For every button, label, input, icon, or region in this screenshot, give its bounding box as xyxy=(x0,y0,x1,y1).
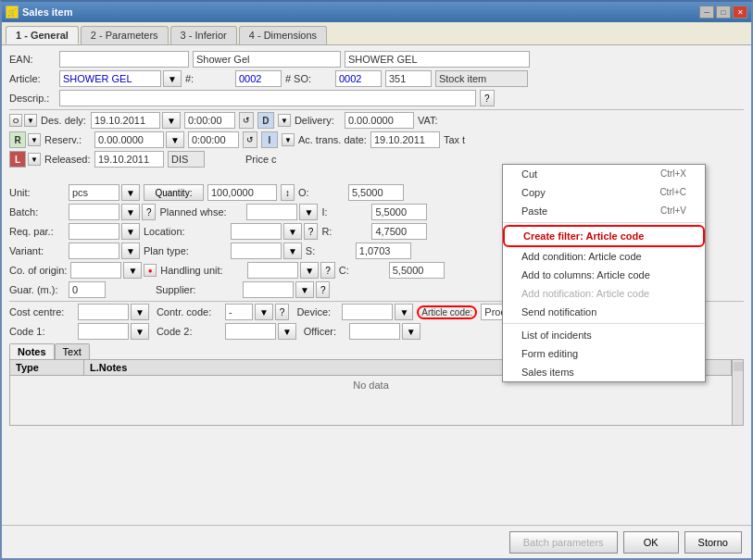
ctx-cut[interactable]: Cut Ctrl+X xyxy=(503,165,705,183)
section-tab-text[interactable]: Text xyxy=(55,343,90,359)
close-button[interactable]: ✕ xyxy=(733,6,747,19)
code2-dropdown-btn[interactable]: ▼ xyxy=(278,323,296,340)
reserv-date-input[interactable] xyxy=(94,131,164,148)
location-input[interactable] xyxy=(231,223,282,240)
tab-dimensions[interactable]: 4 - Dimensions xyxy=(239,26,327,44)
reserv-arrow[interactable]: ↺ xyxy=(243,131,257,148)
code1-dropdown-btn[interactable]: ▼ xyxy=(131,323,149,340)
o-value-input[interactable] xyxy=(348,184,404,201)
batch-parameters-button[interactable]: Batch parameters xyxy=(509,531,618,554)
officer-input[interactable] xyxy=(349,323,400,340)
variant-dropdown-btn[interactable]: ▼ xyxy=(121,243,140,259)
des-dely-time-input[interactable] xyxy=(184,112,235,129)
ctx-list-incidents[interactable]: List of incidents xyxy=(503,326,705,344)
co-origin-extra-btn[interactable]: ● xyxy=(144,264,157,277)
location-dropdown-btn[interactable]: ▼ xyxy=(283,223,302,240)
ctx-paste[interactable]: Paste Ctrl+V xyxy=(503,202,705,220)
quantity-btn[interactable]: Quantity: xyxy=(144,184,204,201)
notes-scrollbar[interactable] xyxy=(732,360,743,425)
i-toggle[interactable]: ▼ xyxy=(282,133,295,146)
location-help-btn[interactable]: ? xyxy=(304,223,319,240)
ac-trans-date-input[interactable] xyxy=(370,131,440,148)
tab-parameters[interactable]: 2 - Parameters xyxy=(81,26,169,44)
ctx-form-editing[interactable]: Form editing xyxy=(503,344,705,363)
cost-centre-input[interactable] xyxy=(78,304,129,320)
co-origin-dropdown-btn[interactable]: ▼ xyxy=(123,262,142,279)
so-input[interactable] xyxy=(335,70,382,87)
des-dely-arrow[interactable]: ↺ xyxy=(239,112,254,129)
device-dropdown-btn[interactable]: ▼ xyxy=(395,304,413,320)
guar-input[interactable] xyxy=(69,281,106,298)
d-toggle[interactable]: ▼ xyxy=(278,114,291,127)
released-code-input[interactable] xyxy=(168,151,205,168)
descrip-help-btn[interactable]: ? xyxy=(480,90,495,106)
unit-dropdown-btn[interactable]: ▼ xyxy=(121,184,140,201)
descrip-input[interactable] xyxy=(59,90,476,106)
shower-gel-input[interactable] xyxy=(193,51,341,68)
planned-whse-input[interactable] xyxy=(246,204,297,220)
article-input[interactable] xyxy=(59,70,161,87)
hash-input[interactable] xyxy=(235,70,282,87)
ean-input[interactable] xyxy=(59,51,189,68)
plan-type-input[interactable] xyxy=(231,243,282,259)
contr-code-dropdown-btn[interactable]: ▼ xyxy=(255,304,273,320)
req-par-dropdown-btn[interactable]: ▼ xyxy=(121,223,140,240)
released-date-input[interactable] xyxy=(94,151,164,168)
ctx-sales-items[interactable]: Sales items xyxy=(503,363,705,381)
quantity-input[interactable] xyxy=(207,184,277,201)
co-origin-input[interactable] xyxy=(70,262,121,279)
device-input[interactable] xyxy=(342,304,393,320)
s-value-input[interactable] xyxy=(356,243,411,259)
supplier-input[interactable] xyxy=(243,281,294,298)
code2-input[interactable] xyxy=(225,323,276,340)
ctx-create-filter[interactable]: Create filter: Article code xyxy=(503,225,705,247)
o-toggle[interactable]: O xyxy=(9,114,22,127)
code1-input[interactable] xyxy=(78,323,129,340)
unit-input[interactable] xyxy=(69,184,119,201)
contr-code-help-btn[interactable]: ? xyxy=(275,304,290,320)
des-dely-toggle2[interactable]: ▼ xyxy=(24,114,37,127)
ok-button[interactable]: OK xyxy=(623,531,679,554)
article-dropdown-btn[interactable]: ▼ xyxy=(163,70,182,87)
minimize-button[interactable]: ─ xyxy=(699,6,714,19)
ctx-copy[interactable]: Copy Ctrl+C xyxy=(503,183,705,202)
reserv-calendar-btn[interactable]: ▼ xyxy=(166,131,184,148)
handling-unit-input[interactable] xyxy=(247,262,298,279)
r-value-input[interactable] xyxy=(371,223,427,240)
planned-whse-dropdown-btn[interactable]: ▼ xyxy=(299,204,318,220)
delivery-input[interactable] xyxy=(345,112,414,129)
stock-type-input[interactable] xyxy=(435,70,528,87)
req-par-input[interactable] xyxy=(69,223,119,240)
tab-inferior[interactable]: 3 - Inferior xyxy=(170,26,237,44)
scrollbar-thumb[interactable] xyxy=(734,362,743,371)
officer-dropdown-btn[interactable]: ▼ xyxy=(402,323,420,340)
reserv-toggle[interactable]: ▼ xyxy=(28,133,41,146)
supplier-dropdown-btn[interactable]: ▼ xyxy=(295,281,314,298)
shower-gel-upper-input[interactable] xyxy=(345,51,530,68)
reserv-time-input[interactable] xyxy=(188,131,239,148)
storno-button[interactable]: Storno xyxy=(684,531,742,554)
des-dely-date-input[interactable] xyxy=(91,112,160,129)
batch-help-btn[interactable]: ? xyxy=(142,204,157,220)
variant-input[interactable] xyxy=(69,243,119,259)
section-tab-notes[interactable]: Notes xyxy=(9,343,55,359)
plan-type-dropdown-btn[interactable]: ▼ xyxy=(283,243,302,259)
tab-general[interactable]: 1 - General xyxy=(6,26,79,44)
batch-dropdown-btn[interactable]: ▼ xyxy=(121,204,140,220)
batch-input[interactable] xyxy=(69,204,119,220)
maximize-button[interactable]: □ xyxy=(716,6,731,19)
stock-qty-input[interactable] xyxy=(385,70,432,87)
handling-unit-help-btn[interactable]: ? xyxy=(320,262,335,279)
ctx-add-columns[interactable]: Add to columns: Article code xyxy=(503,266,705,284)
handling-unit-dropdown-btn[interactable]: ▼ xyxy=(300,262,319,279)
i-value-input[interactable] xyxy=(371,204,427,220)
supplier-help-btn[interactable]: ? xyxy=(316,281,331,298)
des-dely-calendar-btn[interactable]: ▼ xyxy=(162,112,181,129)
cost-centre-dropdown-btn[interactable]: ▼ xyxy=(131,304,149,320)
quantity-spin-btn[interactable]: ↕ xyxy=(281,184,295,201)
ctx-add-condition[interactable]: Add condition: Article code xyxy=(503,247,705,266)
released-toggle[interactable]: ▼ xyxy=(28,153,41,166)
contr-code-input[interactable] xyxy=(225,304,253,320)
ctx-send-notification[interactable]: Send notification xyxy=(503,303,705,321)
c-value-input[interactable] xyxy=(389,262,445,279)
